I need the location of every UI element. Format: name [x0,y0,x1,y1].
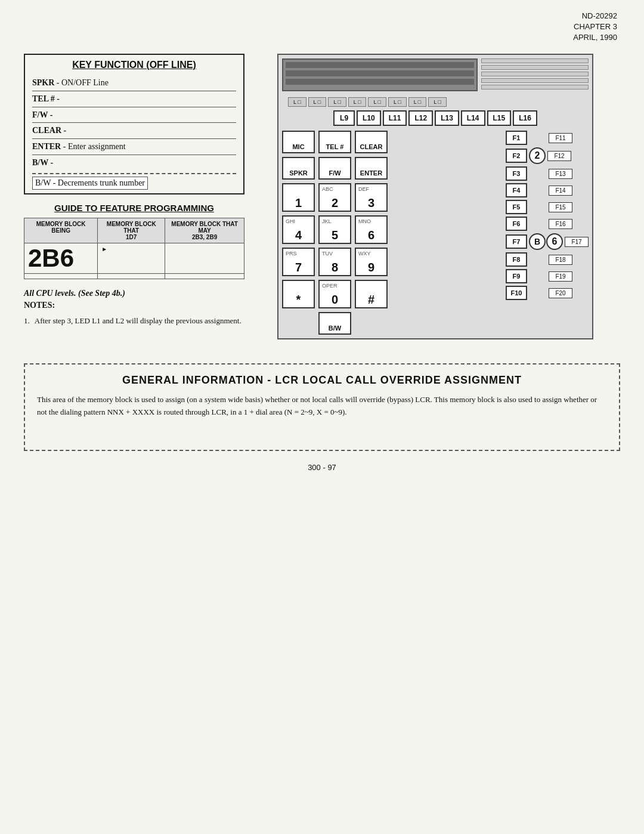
key-9[interactable]: WXY 9 [355,248,388,276]
key-function-title: KEY FUNCTION (OFF LINE) [32,60,236,70]
fw-key[interactable]: F/W [318,157,351,180]
mic-key[interactable]: MIC [282,131,315,153]
key-5[interactable]: JKL 5 [318,215,351,244]
key-3-num: 3 [368,197,374,209]
fn-key-l11[interactable]: L11 [383,110,407,126]
f13-key[interactable]: F13 [549,169,572,179]
key-8-sub: TUV [322,251,333,257]
guide-row2-c1 [24,273,98,279]
key-8[interactable]: TUV 8 [318,248,351,276]
header-line3: APRIL, 1990 [573,32,617,43]
f11-key[interactable]: F11 [549,133,572,143]
key-5-num: 5 [332,229,338,241]
key-2-sub: ABC [322,186,333,192]
key-star[interactable]: * [282,280,315,308]
circle-2: 2 [529,147,546,164]
f10-key[interactable]: F10 [506,286,527,300]
f8-key[interactable]: F8 [506,252,527,267]
fn-key-l13[interactable]: L13 [435,110,459,126]
guide-col2-cell: ► [98,243,165,273]
bw-key-label: B/W [329,325,341,332]
kf-key-enter: ENTER [32,142,61,151]
clear-key[interactable]: CLEAR [355,131,388,153]
enter-key-label: ENTER [360,169,382,177]
key-4[interactable]: GHI 4 [282,215,315,244]
key-6[interactable]: MNO 6 [355,215,388,244]
header-line1: ND-20292 [573,11,617,21]
right-panel: L □ L □ L □ L □ L □ L □ L □ L □ L9 L10 L… [250,54,620,339]
key-3-sub: DEF [358,186,369,192]
f15-key[interactable]: F15 [549,202,572,212]
kf-item-clear: CLEAR - [32,122,236,138]
guide-row2-c2 [98,273,165,279]
key-function-box: KEY FUNCTION (OFF LINE) SPKR - ON/OFF Li… [24,54,244,194]
kf-desc-enter: - Enter assignment [61,142,125,151]
kf-desc-spkr: - ON/OFF Line [54,78,109,87]
key-2[interactable]: ABC 2 [318,183,351,212]
key-hash[interactable]: # [355,280,388,308]
mic-key-label: MIC [292,143,304,150]
f17-key[interactable]: F17 [565,237,589,247]
f3-key[interactable]: F3 [506,166,527,181]
kf-item-tel: TEL # - [32,91,236,107]
guide-col1-header: MEMORY BLOCK BEING [24,218,98,243]
notes-section: All CPU levels. (See Step 4b.) NOTES: 1.… [24,289,244,327]
f7-key[interactable]: F7 [506,234,527,249]
f20-key[interactable]: F20 [549,288,572,298]
f16-key[interactable]: F16 [549,219,572,229]
kf-key-spkr: SPKR [32,78,54,87]
key-7-sub: PRS [286,251,297,257]
key-0-sub: OPER [322,283,338,289]
kf-item-enter: ENTER - Enter assignment [32,138,236,155]
left-panel: KEY FUNCTION (OFF LINE) SPKR - ON/OFF Li… [24,54,244,339]
f2-key[interactable]: F2 [506,149,527,163]
note-1-text: After step 3, LED L1 and L2 will display… [35,315,242,327]
main-content: KEY FUNCTION (OFF LINE) SPKR - ON/OFF Li… [24,54,620,339]
key-6-num: 6 [368,229,374,241]
fn-key-l16[interactable]: L16 [513,110,537,126]
decrements-text: B/W - Decrements trunk number [32,177,148,190]
clear-key-label: CLEAR [360,143,383,150]
note-1-num: 1. [24,315,30,327]
key-0[interactable]: OPER 0 [318,280,351,308]
spkr-key[interactable]: SPKR [282,157,315,180]
right-f-keys: F1 F11 F2 2 F12 F3 [506,131,589,335]
f4-key[interactable]: F4 [506,183,527,197]
circle-6-right: 6 [546,233,563,250]
tel-key[interactable]: TEL # [318,131,351,153]
kf-key-tel: TEL # - [32,94,60,103]
f9-key[interactable]: F9 [506,269,527,283]
key-star-sym: * [296,294,301,305]
key-6-sub: MNO [358,218,371,224]
circle-b: B [529,233,546,250]
f12-key[interactable]: F12 [547,151,571,161]
fn-keys-row: L9 L10 L11 L12 L13 L14 L15 L16 [282,110,589,126]
f6-key[interactable]: F6 [506,217,527,231]
enter-key[interactable]: ENTER [355,157,388,180]
key-7-num: 7 [295,261,302,273]
f14-key[interactable]: F14 [549,186,572,196]
fn-key-l15[interactable]: L15 [487,110,512,126]
header-line2: CHAPTER 3 [573,21,617,32]
fn-key-l12[interactable]: L12 [408,110,433,126]
kf-item-fw: F/W - [32,107,236,123]
f1-key[interactable]: F1 [506,131,527,145]
fn-key-l9[interactable]: L9 [333,110,355,126]
key-2-num: 2 [332,197,338,209]
f19-key[interactable]: F19 [549,271,572,282]
f18-key[interactable]: F18 [549,255,572,265]
guide-col3-cell [165,243,244,273]
key-7[interactable]: PRS 7 [282,248,315,276]
note-1: 1. After step 3, LED L1 and L2 will disp… [24,315,244,327]
kf-key-fw: F/W - [32,110,52,119]
f5-key[interactable]: F5 [506,200,527,214]
key-1[interactable]: 1 [282,183,315,212]
gen-info-text: This area of the memory block is used to… [37,394,607,419]
fn-key-l14[interactable]: L14 [461,110,485,126]
key-9-sub: WXY [358,251,371,257]
fn-key-l10[interactable]: L10 [357,110,381,126]
guide-block-cell: 2B6 [24,243,98,273]
bw-key[interactable]: B/W [318,312,351,335]
key-3[interactable]: DEF 3 [355,183,388,212]
key-9-num: 9 [368,261,374,273]
